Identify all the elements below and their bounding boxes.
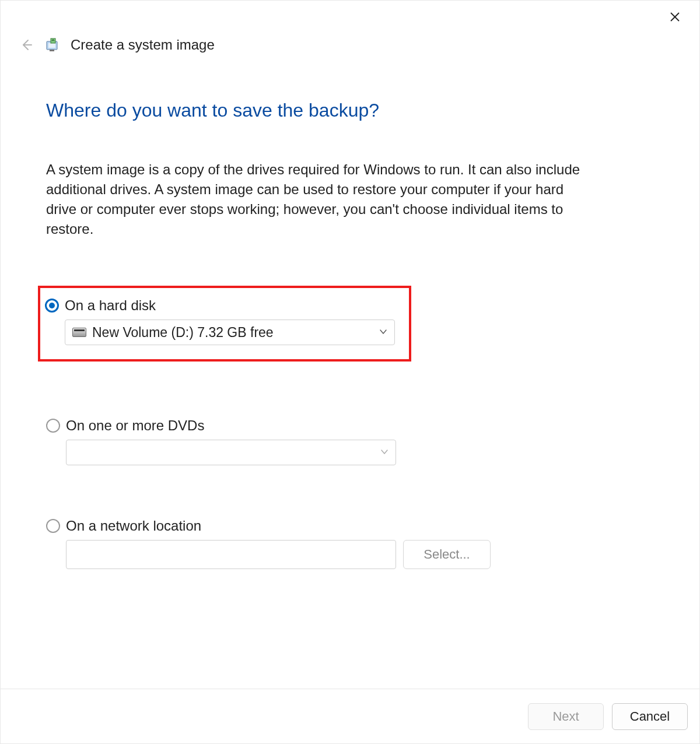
back-button <box>17 36 36 54</box>
window-title: Create a system image <box>71 37 215 53</box>
option-dvd[interactable]: On one or more DVDs <box>46 417 654 434</box>
header-row: Create a system image <box>1 36 699 54</box>
radio-network[interactable] <box>46 519 60 533</box>
dialog-window: Create a system image Where do you want … <box>0 0 700 744</box>
network-row: Select... <box>66 540 654 569</box>
cancel-button[interactable]: Cancel <box>612 703 688 730</box>
radio-label-dvd: On one or more DVDs <box>66 417 204 434</box>
option-network[interactable]: On a network location <box>46 518 654 534</box>
option-hard-disk[interactable]: On a hard disk <box>45 297 404 314</box>
select-button: Select... <box>403 540 491 569</box>
hard-disk-selected-text: New Volume (D:) 7.32 GB free <box>92 325 274 341</box>
arrow-left-icon <box>20 38 33 51</box>
dvd-dropdown <box>66 440 396 465</box>
svg-rect-6 <box>50 50 54 51</box>
page-heading: Where do you want to save the backup? <box>46 100 654 121</box>
page-description: A system image is a copy of the drives r… <box>46 160 583 239</box>
cancel-button-label: Cancel <box>630 709 670 724</box>
radio-hard-disk[interactable] <box>45 299 59 313</box>
radio-dvd[interactable] <box>46 419 60 433</box>
next-button-label: Next <box>552 709 579 724</box>
radio-label-hard-disk: On a hard disk <box>65 297 156 314</box>
dvd-option-group: On one or more DVDs <box>46 417 654 465</box>
chevron-down-icon <box>379 328 387 338</box>
radio-label-network: On a network location <box>66 518 201 534</box>
hard-disk-highlight-box: On a hard disk New Volume (D:) 7.32 GB f… <box>38 286 411 362</box>
close-button[interactable] <box>662 4 688 30</box>
select-button-label: Select... <box>424 547 470 562</box>
titlebar <box>1 1 699 33</box>
system-image-icon <box>45 37 61 53</box>
footer: Next Cancel <box>1 689 699 743</box>
dropdown-content: New Volume (D:) 7.32 GB free <box>72 325 274 341</box>
svg-rect-4 <box>48 43 55 48</box>
content-area: Where do you want to save the backup? A … <box>1 54 699 569</box>
next-button[interactable]: Next <box>528 703 604 730</box>
network-path-input[interactable] <box>66 540 396 569</box>
hard-disk-dropdown[interactable]: New Volume (D:) 7.32 GB free <box>65 320 395 345</box>
chevron-down-icon <box>380 448 388 458</box>
network-option-group: On a network location Select... <box>46 518 654 569</box>
drive-icon <box>72 328 86 337</box>
close-icon <box>670 12 680 22</box>
